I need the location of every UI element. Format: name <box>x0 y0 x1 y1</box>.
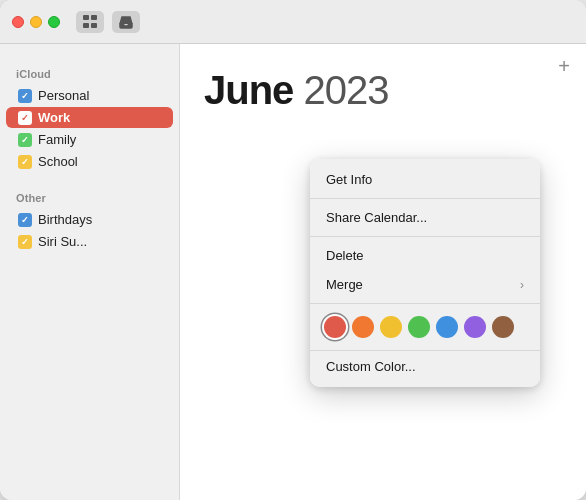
family-label: Family <box>38 132 76 147</box>
svg-rect-2 <box>83 23 89 28</box>
traffic-lights <box>12 16 60 28</box>
birthdays-label: Birthdays <box>38 212 92 227</box>
color-blue[interactable] <box>436 316 458 338</box>
color-green[interactable] <box>408 316 430 338</box>
siri-checkbox <box>18 235 32 249</box>
menu-item-custom-color[interactable]: Custom Color... <box>310 355 540 381</box>
menu-separator-4 <box>310 350 540 351</box>
menu-separator-2 <box>310 236 540 237</box>
month-title: June 2023 <box>204 68 562 113</box>
color-yellow[interactable] <box>380 316 402 338</box>
work-checkbox <box>18 111 32 125</box>
maximize-button[interactable] <box>48 16 60 28</box>
svg-rect-3 <box>91 23 97 28</box>
menu-item-share-calendar[interactable]: Share Calendar... <box>310 203 540 232</box>
color-red[interactable] <box>324 316 346 338</box>
add-button[interactable]: + <box>558 56 570 76</box>
content-area: iCloud Personal Work Family School Other <box>0 44 586 500</box>
menu-separator-1 <box>310 198 540 199</box>
sidebar: iCloud Personal Work Family School Other <box>0 44 180 500</box>
color-brown[interactable] <box>492 316 514 338</box>
app-window: iCloud Personal Work Family School Other <box>0 0 586 500</box>
sidebar-item-birthdays[interactable]: Birthdays <box>6 209 173 230</box>
sidebar-item-siri[interactable]: Siri Su... <box>6 231 173 252</box>
color-purple[interactable] <box>464 316 486 338</box>
personal-checkbox <box>18 89 32 103</box>
merge-chevron-icon: › <box>520 278 524 292</box>
sidebar-item-work[interactable]: Work <box>6 107 173 128</box>
menu-item-delete[interactable]: Delete <box>310 241 540 270</box>
main-content: + June 2023 Get Info Share Calendar... D… <box>180 44 586 500</box>
minimize-button[interactable] <box>30 16 42 28</box>
menu-separator-3 <box>310 303 540 304</box>
month-name: June <box>204 68 293 112</box>
inbox-svg <box>118 14 134 30</box>
school-label: School <box>38 154 78 169</box>
close-button[interactable] <box>12 16 24 28</box>
personal-label: Personal <box>38 88 89 103</box>
year-value: 2023 <box>303 68 388 112</box>
sidebar-item-family[interactable]: Family <box>6 129 173 150</box>
birthdays-checkbox <box>18 213 32 227</box>
context-menu: Get Info Share Calendar... Delete Merge … <box>310 159 540 387</box>
color-orange[interactable] <box>352 316 374 338</box>
other-section-label: Other <box>0 188 179 208</box>
siri-label: Siri Su... <box>38 234 87 249</box>
toolbar-icons <box>76 11 140 33</box>
icloud-section-label: iCloud <box>0 64 179 84</box>
svg-rect-1 <box>91 15 97 20</box>
family-checkbox <box>18 133 32 147</box>
work-label: Work <box>38 110 70 125</box>
color-picker-row <box>310 308 540 346</box>
menu-item-get-info[interactable]: Get Info <box>310 165 540 194</box>
sidebar-item-school[interactable]: School <box>6 151 173 172</box>
school-checkbox <box>18 155 32 169</box>
svg-rect-0 <box>83 15 89 20</box>
grid-icon <box>82 14 98 30</box>
sidebar-item-personal[interactable]: Personal <box>6 85 173 106</box>
calendar-grid-icon[interactable] <box>76 11 104 33</box>
inbox-icon[interactable] <box>112 11 140 33</box>
menu-item-merge[interactable]: Merge › <box>310 270 540 299</box>
title-bar <box>0 0 586 44</box>
